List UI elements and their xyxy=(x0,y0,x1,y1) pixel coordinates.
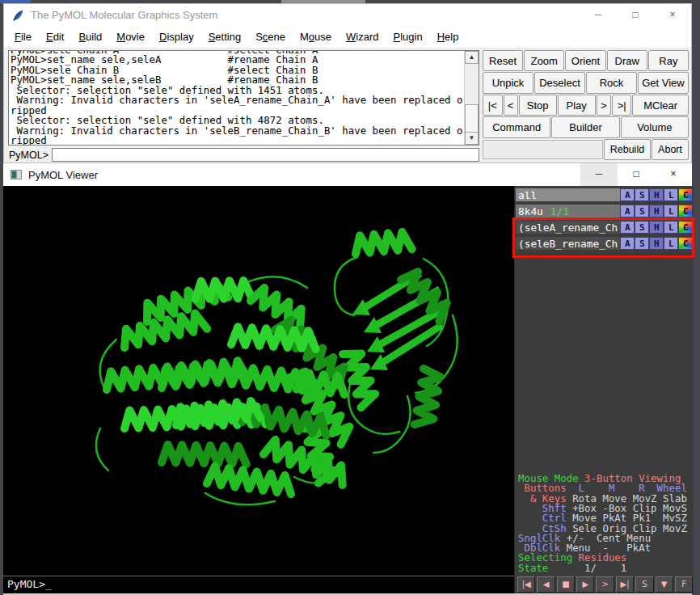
ashlc-button-strip: ASHLC xyxy=(620,221,693,234)
step-back-button[interactable]: ◀ xyxy=(537,576,555,593)
minimize-button[interactable]: ─ xyxy=(580,4,617,26)
toolbar-button-orient[interactable]: Orient xyxy=(565,50,605,71)
s-menu-button[interactable]: S xyxy=(635,238,648,249)
menu-wizard[interactable]: Wizard xyxy=(339,28,386,45)
viewer-maximize-button[interactable]: □ xyxy=(618,163,655,186)
toolbar-button-nav[interactable]: > xyxy=(597,95,611,116)
viewer-close-button[interactable]: × xyxy=(655,163,692,186)
toolbar-button-nav[interactable]: < xyxy=(504,95,518,116)
toolbar-button-command[interactable]: Command xyxy=(483,116,550,137)
step-forward-button[interactable]: > xyxy=(596,576,614,593)
viewer-titlebar[interactable]: PyMOL Viewer ─ □ × xyxy=(3,163,692,187)
scroll-up-button[interactable]: ▲ xyxy=(465,51,479,64)
toolbar-button-nav[interactable]: |< xyxy=(483,95,503,116)
s-menu-button[interactable]: S xyxy=(635,222,648,233)
toolbar-row-5: Rebuild Abort xyxy=(483,139,689,160)
c-menu-button[interactable]: C xyxy=(679,238,692,249)
toolbar-button-ray[interactable]: Ray xyxy=(648,50,689,71)
viewer-window-title: PyMOL Viewer xyxy=(28,169,98,181)
close-button[interactable]: × xyxy=(654,4,691,26)
viewer-minimize-button[interactable]: ─ xyxy=(580,163,618,186)
menu-scene[interactable]: Scene xyxy=(248,28,293,45)
abort-button[interactable]: Abort xyxy=(652,139,689,160)
pymol-feather-icon xyxy=(11,9,24,22)
menu-file[interactable]: File xyxy=(7,28,39,45)
s-menu-button[interactable]: S xyxy=(635,205,648,217)
stop-button[interactable]: ■ xyxy=(557,576,575,593)
toolbar-button-stop[interactable]: Stop xyxy=(519,95,557,116)
a-menu-button[interactable]: A xyxy=(621,189,634,200)
l-menu-button[interactable]: L xyxy=(664,205,677,217)
object-panel: allASHLC8k4u1/1ASHLC(seleA_rename_ChASHL… xyxy=(514,186,694,593)
menu-dropdown-button[interactable]: ▼ xyxy=(656,576,673,593)
console-window: The PyMOL Molecular Graphics System ─ □ … xyxy=(3,3,692,163)
frame-button[interactable]: F xyxy=(675,576,693,593)
object-name[interactable]: all xyxy=(516,188,620,201)
c-menu-button[interactable]: C xyxy=(679,222,692,233)
menu-build[interactable]: Build xyxy=(71,28,109,45)
menu-plugin[interactable]: Plugin xyxy=(386,28,430,45)
menu-setting[interactable]: Setting xyxy=(201,28,248,45)
menu-mouse[interactable]: Mouse xyxy=(293,28,339,45)
object-name[interactable]: 8k4u1/1 xyxy=(516,205,620,217)
console-output-text: PyMOL>sele Chain A #select Chain A PyMOL… xyxy=(11,50,479,146)
toolbar-button-volume[interactable]: Volume xyxy=(621,116,689,137)
toolbar-button-mclear[interactable]: MClear xyxy=(632,95,689,116)
h-menu-button[interactable]: H xyxy=(650,205,663,217)
toolbar-button-play[interactable]: Play xyxy=(558,95,596,116)
toolbar-button-builder[interactable]: Builder xyxy=(551,116,619,137)
toolbar-button-draw[interactable]: Draw xyxy=(607,50,647,71)
scene-button[interactable]: S xyxy=(635,576,653,593)
ashlc-button-strip: ASHLC xyxy=(620,188,693,201)
toolbar-button-deselect[interactable]: Deselect xyxy=(534,72,585,93)
a-menu-button[interactable]: A xyxy=(621,238,634,249)
object-name[interactable]: (seleB_rename_Ch xyxy=(516,237,620,250)
menu-display[interactable]: Display xyxy=(152,28,201,45)
l-menu-button[interactable]: L xyxy=(664,222,677,233)
menu-movie[interactable]: Movie xyxy=(109,28,152,45)
toolbar-button-reset[interactable]: Reset xyxy=(483,50,523,71)
console-window-title: The PyMOL Molecular Graphics System xyxy=(31,9,217,21)
molecule-cartoon-rendering[interactable] xyxy=(3,186,514,577)
toolbar-button-nav[interactable]: >| xyxy=(612,95,632,116)
console-window-controls: ─ □ × xyxy=(580,4,691,26)
l-menu-button[interactable]: L xyxy=(664,189,677,200)
rebuild-button[interactable]: Rebuild xyxy=(604,139,651,160)
a-menu-button[interactable]: A xyxy=(621,205,634,217)
menu-help[interactable]: Help xyxy=(430,28,466,45)
h-menu-button[interactable]: H xyxy=(650,238,663,249)
toolbar-button-rock[interactable]: Rock xyxy=(586,72,637,93)
h-menu-button[interactable]: H xyxy=(650,222,663,233)
c-menu-button[interactable]: C xyxy=(679,205,692,217)
toolbar-button-unpick[interactable]: Unpick xyxy=(483,72,533,93)
viewer-window-icon xyxy=(11,170,22,179)
menu-edit[interactable]: Edit xyxy=(39,28,71,45)
movie-control-bar: |◀◀■▶>▶|S▼F xyxy=(515,575,694,593)
maximize-button[interactable]: □ xyxy=(617,4,654,26)
progress-bar xyxy=(483,140,603,159)
viewer-window-controls: ─ □ × xyxy=(580,163,692,186)
command-input[interactable] xyxy=(52,148,479,162)
toolbar-button-zoom[interactable]: Zoom xyxy=(524,50,564,71)
scroll-down-button[interactable]: ▼ xyxy=(465,132,479,145)
c-menu-button[interactable]: C xyxy=(679,189,692,200)
go-to-end-button[interactable]: ▶| xyxy=(616,576,634,593)
play-button[interactable]: ▶ xyxy=(576,576,594,593)
console-titlebar[interactable]: The PyMOL Molecular Graphics System ─ □ … xyxy=(4,4,691,26)
scrollbar-thumb[interactable] xyxy=(465,104,479,134)
viewport-command-prompt[interactable]: PyMOL>_ xyxy=(3,576,514,593)
l-menu-button[interactable]: L xyxy=(664,238,677,249)
s-menu-button[interactable]: S xyxy=(635,189,648,200)
a-menu-button[interactable]: A xyxy=(621,222,634,233)
mouse-panel-line: State 1/ 1 xyxy=(518,563,694,573)
console-scrollbar[interactable]: ▲ ▼ xyxy=(464,51,479,145)
h-menu-button[interactable]: H xyxy=(650,189,663,200)
object-row-selea-rename-ch: (seleA_rename_ChASHLC xyxy=(516,221,693,234)
toolbar-button-get-view[interactable]: Get View xyxy=(638,72,689,93)
3d-viewport[interactable]: PyMOL>_ xyxy=(3,186,514,593)
toolbar-row-3: |<<StopPlay>>|MClear xyxy=(483,95,689,116)
console-output[interactable]: PyMOL>sele Chain A #select Chain A PyMOL… xyxy=(8,50,479,146)
viewer-body: PyMOL>_ allASHLC8k4u1/1ASHLC(seleA_renam… xyxy=(3,186,692,593)
object-name[interactable]: (seleA_rename_Ch xyxy=(516,221,620,234)
go-to-start-button[interactable]: |◀ xyxy=(517,576,535,593)
